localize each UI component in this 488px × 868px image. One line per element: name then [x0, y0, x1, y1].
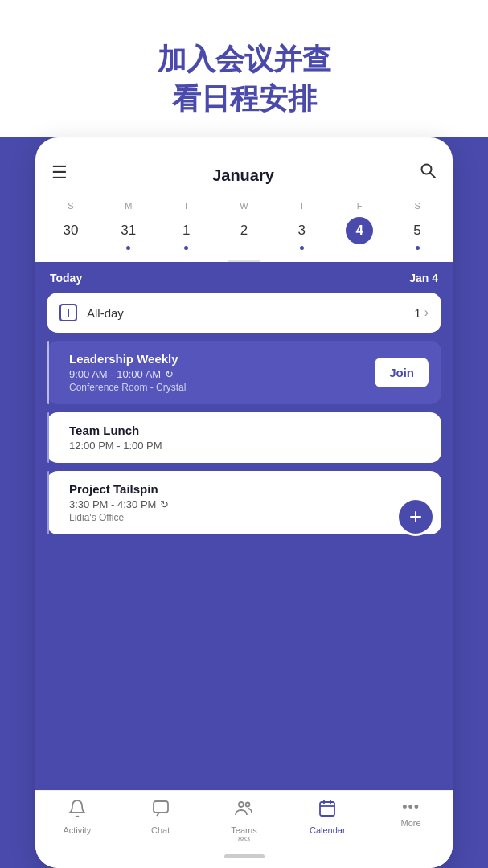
svg-rect-4 [154, 801, 168, 813]
bottom-nav: Activity Chat Teams 883 Calendar ••• Mor… [35, 790, 453, 848]
date-5-dot [416, 246, 420, 250]
more-icon: ••• [402, 799, 420, 816]
wd-w: W [215, 201, 273, 214]
weekday-labels: S M T W T F S [35, 201, 453, 214]
calendar-icon [318, 799, 337, 823]
wd-m: M [100, 201, 158, 214]
event-bar-lunch [47, 412, 49, 463]
wd-t1: T [158, 201, 215, 214]
date-30[interactable]: 30 [42, 214, 100, 253]
phone-card: ☰ January S M T W T F S 30 31 1 2 [35, 137, 453, 868]
hamburger-icon[interactable]: ☰ [51, 162, 68, 183]
wd-s2: S [388, 201, 446, 214]
hero-section: 加入会议并查 看日程安排 [0, 0, 488, 137]
home-bar [224, 854, 265, 858]
nav-activity[interactable]: Activity [53, 799, 101, 843]
event-content-leadership: Leadership Weekly 9:00 AM - 10:00 AM ↻ C… [59, 352, 375, 393]
activity-icon [68, 799, 87, 823]
date-1[interactable]: 1 [158, 214, 215, 253]
allday-label: All-day [87, 306, 414, 320]
nav-calendar[interactable]: Calendar [303, 799, 351, 843]
chevron-right-icon: › [424, 305, 429, 320]
event-time-leadership: 9:00 AM - 10:00 AM ↻ [69, 368, 375, 380]
home-indicator-area [35, 848, 453, 868]
nav-activity-label: Activity [63, 825, 91, 835]
phone-wrapper: ☰ January S M T W T F S 30 31 1 2 [0, 137, 488, 868]
recurring-icon-tailspin: ↻ [160, 498, 169, 510]
event-tailspin[interactable]: Project Tailspin 3:30 PM - 4:30 PM ↻ Lid… [47, 471, 441, 534]
today-date: Jan 4 [409, 272, 438, 285]
svg-point-6 [246, 803, 250, 807]
add-event-fab[interactable] [396, 497, 435, 536]
wd-f: F [330, 201, 388, 214]
calendar-month-title: January [196, 152, 290, 193]
event-content-tailspin: Project Tailspin 3:30 PM - 4:30 PM ↻ Lid… [59, 482, 429, 523]
allday-count-num: 1 [414, 306, 420, 320]
allday-count: 1 › [414, 305, 429, 320]
nav-more-label: More [401, 818, 421, 828]
allday-icon [59, 304, 77, 321]
event-title-lunch: Team Lunch [69, 424, 429, 437]
nav-calendar-label: Calendar [310, 825, 346, 835]
chat-icon [151, 799, 170, 823]
event-time-lunch: 12:00 PM - 1:00 PM [69, 440, 429, 452]
svg-point-5 [239, 802, 244, 807]
svg-rect-3 [410, 516, 421, 518]
nav-chat-label: Chat [151, 825, 170, 835]
teams-count: 883 [238, 835, 250, 843]
teams-icon [233, 799, 254, 823]
search-icon[interactable] [419, 162, 437, 184]
svg-line-1 [430, 173, 435, 178]
nav-more[interactable]: ••• More [387, 799, 435, 843]
join-button[interactable]: Join [375, 358, 429, 387]
nav-teams[interactable]: Teams 883 [219, 799, 268, 843]
nav-teams-label: Teams [231, 825, 256, 835]
event-bar-leadership [47, 341, 49, 404]
event-content-lunch: Team Lunch 12:00 PM - 1:00 PM [59, 424, 429, 452]
event-location-leadership: Conference Room - Crystal [69, 382, 375, 393]
date-3[interactable]: 3 [273, 214, 330, 253]
recurring-icon-leadership: ↻ [165, 368, 174, 380]
date-5[interactable]: 5 [388, 214, 446, 253]
date-4[interactable]: 4 [330, 214, 388, 253]
allday-card[interactable]: All-day 1 › [47, 293, 441, 333]
event-bar-tailspin [47, 471, 49, 534]
date-3-dot [300, 246, 304, 250]
nav-chat[interactable]: Chat [137, 799, 185, 843]
event-team-lunch[interactable]: Team Lunch 12:00 PM - 1:00 PM [47, 412, 441, 463]
hero-line2: 看日程安排 [172, 82, 317, 115]
wd-t2: T [273, 201, 330, 214]
today-label: Today [50, 272, 82, 285]
calendar-header: ☰ January [35, 137, 453, 201]
date-31-dot [126, 246, 130, 250]
date-31[interactable]: 31 [100, 214, 158, 253]
date-1-dot [184, 246, 188, 250]
event-location-tailspin: Lidia's Office [69, 512, 429, 523]
wd-s1: S [42, 201, 100, 214]
week-dates: 30 31 1 2 3 4 5 [35, 214, 453, 260]
event-title-tailspin: Project Tailspin [69, 482, 429, 496]
today-row: Today Jan 4 [47, 262, 441, 293]
agenda-section: Today Jan 4 All-day 1 › Leadership Weekl… [35, 262, 453, 790]
event-title-leadership: Leadership Weekly [69, 352, 375, 366]
event-leadership[interactable]: Leadership Weekly 9:00 AM - 10:00 AM ↻ C… [47, 341, 441, 404]
svg-rect-7 [320, 802, 334, 816]
hero-line1: 加入会议并查 [158, 43, 331, 76]
date-2[interactable]: 2 [215, 214, 273, 253]
date-4-dot [358, 246, 362, 250]
event-time-tailspin: 3:30 PM - 4:30 PM ↻ [69, 498, 429, 510]
